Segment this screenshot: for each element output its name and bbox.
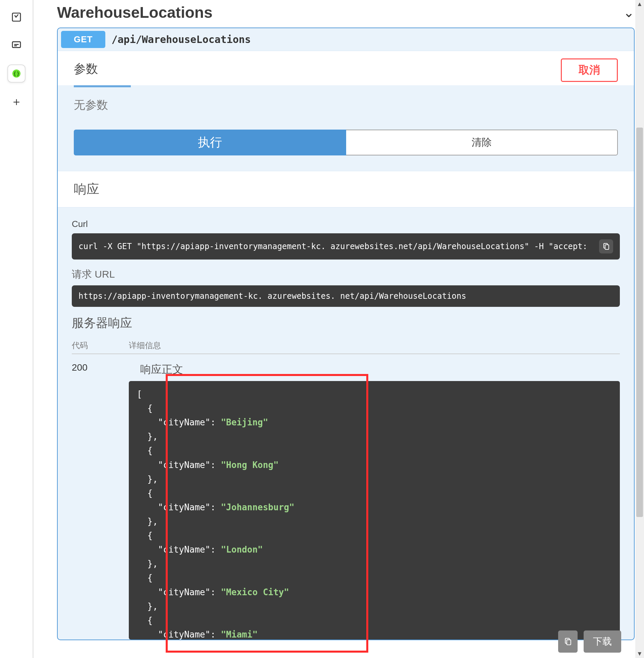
api-icon[interactable]: { } xyxy=(7,64,25,83)
endpoint-title: WarehouseLocations xyxy=(57,3,212,21)
action-buttons: 执行 清除 xyxy=(74,130,618,155)
operation-summary[interactable]: GET /api/WarehouseLocations xyxy=(58,28,634,51)
scroll-down-icon[interactable]: ▼ xyxy=(637,650,643,657)
download-label: 下载 xyxy=(593,635,612,648)
sidebar: { } ＋ xyxy=(0,0,33,658)
curl-command[interactable]: curl -X GET "https://apiapp-inventoryman… xyxy=(78,242,592,251)
svg-text:{ }: { } xyxy=(14,71,19,76)
explorer-icon[interactable] xyxy=(7,8,25,26)
http-method-badge: GET xyxy=(61,31,105,48)
parameters-header: 参数 取消 xyxy=(58,51,634,85)
svg-rect-7 xyxy=(567,640,571,645)
responses-area: Curl curl -X GET "https://apiapp-invento… xyxy=(58,207,634,639)
clear-button[interactable]: 清除 xyxy=(346,130,618,155)
chat-icon[interactable] xyxy=(7,36,25,54)
responses-header: 响应 xyxy=(58,171,634,207)
page-scrollbar[interactable]: ▲ ▼ xyxy=(635,0,644,658)
float-buttons: 下载 xyxy=(558,631,621,653)
request-url-box: https://apiapp-inventorymanagement-kc. a… xyxy=(72,285,620,307)
status-code: 200 xyxy=(72,362,129,373)
detail-column-header: 详细信息 xyxy=(129,340,161,351)
request-url-value[interactable]: https://apiapp-inventorymanagement-kc. a… xyxy=(78,291,613,301)
scrollbar-thumb[interactable] xyxy=(636,128,643,517)
response-body-label: 响应正文 xyxy=(140,362,620,377)
svg-rect-5 xyxy=(605,245,609,249)
download-button[interactable]: 下载 xyxy=(584,631,621,653)
server-response-header: 服务器响应 xyxy=(72,315,620,331)
code-column-header: 代码 xyxy=(72,340,129,351)
scroll-up-icon[interactable]: ▲ xyxy=(637,1,643,8)
no-parameters-label: 无参数 xyxy=(74,97,618,113)
parameters-body: 无参数 执行 清除 xyxy=(58,87,634,171)
response-body-wrap: 响应正文 [ { "cityName": "Beijing" }, { "cit… xyxy=(129,362,620,639)
copy-response-button[interactable] xyxy=(558,631,578,653)
response-json[interactable]: [ { "cityName": "Beijing" }, { "cityName… xyxy=(129,381,620,639)
copy-curl-button[interactable] xyxy=(599,239,613,254)
parameters-tab[interactable]: 参数 xyxy=(74,61,98,83)
endpoint-header[interactable]: WarehouseLocations ⌄ xyxy=(57,3,635,21)
curl-command-box: curl -X GET "https://apiapp-inventoryman… xyxy=(72,233,620,260)
main-content: WarehouseLocations ⌄ GET /api/WarehouseL… xyxy=(33,0,644,658)
request-url-label: 请求 URL xyxy=(72,267,620,281)
operation-block: GET /api/WarehouseLocations 参数 取消 无参数 执行… xyxy=(57,27,635,640)
curl-label: Curl xyxy=(72,219,620,229)
response-table-header: 代码 详细信息 xyxy=(72,337,620,354)
add-icon[interactable]: ＋ xyxy=(7,93,25,111)
execute-button[interactable]: 执行 xyxy=(74,130,346,155)
cancel-button[interactable]: 取消 xyxy=(561,59,618,82)
chevron-down-icon[interactable]: ⌄ xyxy=(623,5,635,20)
response-row: 200 响应正文 [ { "cityName": "Beijing" }, { … xyxy=(72,354,620,639)
endpoint-path: /api/WarehouseLocations xyxy=(111,34,251,45)
